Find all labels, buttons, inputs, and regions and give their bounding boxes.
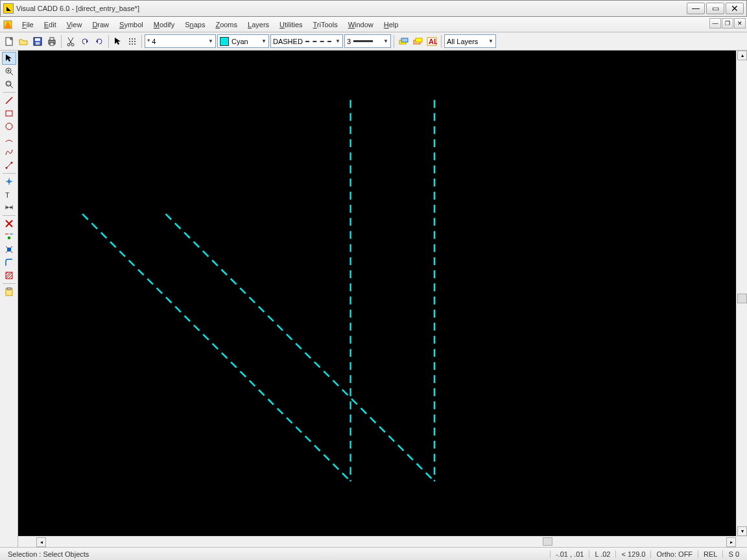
menu-symbol[interactable]: Symbol xyxy=(114,19,148,30)
svg-rect-31 xyxy=(6,82,10,85)
layer-tool3-icon[interactable]: AL xyxy=(425,35,438,48)
circle-tool[interactable] xyxy=(2,120,16,133)
svg-line-53 xyxy=(6,251,7,253)
status-prompt: Selection : Select Objects xyxy=(3,550,94,558)
menu-file[interactable]: File xyxy=(17,19,39,30)
rectangle-tool[interactable] xyxy=(2,107,16,120)
linetype-combo[interactable]: DASHED▼ xyxy=(270,34,343,48)
svg-rect-6 xyxy=(50,38,54,40)
horizontal-scrollbar[interactable]: ◂▸ xyxy=(18,536,747,547)
undo-icon[interactable] xyxy=(78,35,91,48)
lineweight-value: 3 xyxy=(347,38,351,45)
cut-icon[interactable] xyxy=(64,35,77,48)
title-bar: ◣Visual CADD 6.0 - [direct_entry_base*]—… xyxy=(0,0,747,17)
scroll-right-button[interactable]: ▸ xyxy=(726,537,736,547)
svg-line-26 xyxy=(10,73,13,75)
svg-point-9 xyxy=(71,43,74,46)
dropdown-arrow-icon: ▼ xyxy=(335,38,340,44)
mdi-restore[interactable]: ❐ xyxy=(722,18,733,29)
minimize-button[interactable]: — xyxy=(687,3,705,14)
status-mode[interactable]: REL xyxy=(698,550,722,558)
svg-line-66 xyxy=(165,214,434,481)
left-toolbar: T xyxy=(0,51,18,547)
explode-tool[interactable] xyxy=(2,243,16,256)
line-tool[interactable] xyxy=(2,94,16,107)
curve-tool[interactable] xyxy=(2,146,16,159)
dimension-tool[interactable] xyxy=(2,159,16,172)
menu-tritools[interactable]: TriTools xyxy=(308,19,343,30)
mdi-close[interactable]: ✕ xyxy=(734,18,746,29)
hscroll-thumb[interactable] xyxy=(543,537,552,546)
svg-line-32 xyxy=(6,97,12,104)
menu-utilities[interactable]: Utilities xyxy=(274,19,307,30)
scroll-up-button[interactable]: ▴ xyxy=(737,51,747,60)
grid-icon[interactable] xyxy=(126,35,139,48)
delete-tool[interactable] xyxy=(2,217,16,230)
vscroll-thumb[interactable] xyxy=(737,294,747,303)
color-combo[interactable]: Cyan▼ xyxy=(217,34,269,48)
point-style-value: * 4 xyxy=(147,38,156,45)
menu-draw[interactable]: Draw xyxy=(87,19,114,30)
menu-layers[interactable]: Layers xyxy=(243,19,274,30)
vertical-scrollbar[interactable]: ▴▾ xyxy=(736,51,747,536)
app-menu-icon[interactable] xyxy=(1,19,14,30)
svg-point-11 xyxy=(132,38,133,40)
open-file-icon[interactable] xyxy=(17,35,30,48)
svg-line-65 xyxy=(82,214,350,481)
svg-point-12 xyxy=(134,38,136,40)
lineweight-combo[interactable]: 3▼ xyxy=(344,34,391,48)
close-button[interactable]: ✕ xyxy=(726,3,744,14)
svg-text:AL: AL xyxy=(429,38,437,45)
menu-view[interactable]: View xyxy=(62,19,88,30)
menu-edit[interactable]: Edit xyxy=(39,19,62,30)
pointer-tool[interactable] xyxy=(2,52,16,65)
svg-point-10 xyxy=(129,38,130,40)
svg-rect-4 xyxy=(36,42,40,45)
menu-snaps[interactable]: Snaps xyxy=(180,19,210,30)
zoom-in-tool[interactable] xyxy=(2,65,16,78)
mdi-minimize[interactable]: — xyxy=(709,18,721,29)
new-file-icon[interactable] xyxy=(3,35,16,48)
select-arrow-icon[interactable] xyxy=(112,35,124,48)
menu-help[interactable]: Help xyxy=(379,19,404,30)
drawing-canvas[interactable] xyxy=(18,51,736,536)
point-style-combo[interactable]: * 4▼ xyxy=(145,34,216,48)
menu-window[interactable]: Window xyxy=(343,19,379,30)
dropdown-arrow-icon: ▼ xyxy=(261,38,267,44)
svg-point-17 xyxy=(132,43,133,45)
print-icon[interactable] xyxy=(45,35,58,48)
break-tool[interactable] xyxy=(2,230,16,243)
dropdown-arrow-icon: ▼ xyxy=(383,38,388,44)
scroll-down-button[interactable]: ▾ xyxy=(737,526,747,536)
svg-rect-50 xyxy=(7,248,11,251)
menu-zooms[interactable]: Zooms xyxy=(210,19,243,30)
scroll-left-button[interactable]: ◂ xyxy=(36,537,46,547)
dimension-linear-tool[interactable] xyxy=(2,201,16,214)
save-icon[interactable] xyxy=(31,35,44,48)
text-tool[interactable]: T xyxy=(2,188,16,201)
layer-tool2-icon[interactable] xyxy=(411,35,424,48)
menu-modify[interactable]: Modify xyxy=(148,19,180,30)
zoom-window-tool[interactable] xyxy=(2,78,16,91)
svg-text:T: T xyxy=(5,191,10,199)
maximize-button[interactable]: ▭ xyxy=(706,3,724,14)
hatch-tool[interactable] xyxy=(2,269,16,282)
svg-point-15 xyxy=(134,41,136,42)
lineweight-preview xyxy=(353,40,373,42)
svg-line-54 xyxy=(11,251,12,253)
clipboard-tool[interactable] xyxy=(2,285,16,298)
status-ortho[interactable]: Ortho: OFF xyxy=(650,550,698,558)
layer-combo[interactable]: All Layers▼ xyxy=(444,34,496,48)
svg-point-8 xyxy=(67,43,70,46)
window-title: Visual CADD 6.0 - [direct_entry_base*] xyxy=(16,5,139,12)
svg-rect-20 xyxy=(401,38,408,42)
arc-tool[interactable] xyxy=(2,133,16,146)
redo-icon[interactable] xyxy=(93,35,106,48)
fillet-tool[interactable] xyxy=(2,256,16,269)
layer-tool1-icon[interactable] xyxy=(397,35,410,48)
status-snap[interactable]: S 0 xyxy=(722,550,744,558)
status-coords: -.01 , .01 xyxy=(550,550,589,558)
svg-line-37 xyxy=(6,163,12,168)
svg-rect-62 xyxy=(7,288,11,290)
point-tool[interactable] xyxy=(2,175,16,188)
